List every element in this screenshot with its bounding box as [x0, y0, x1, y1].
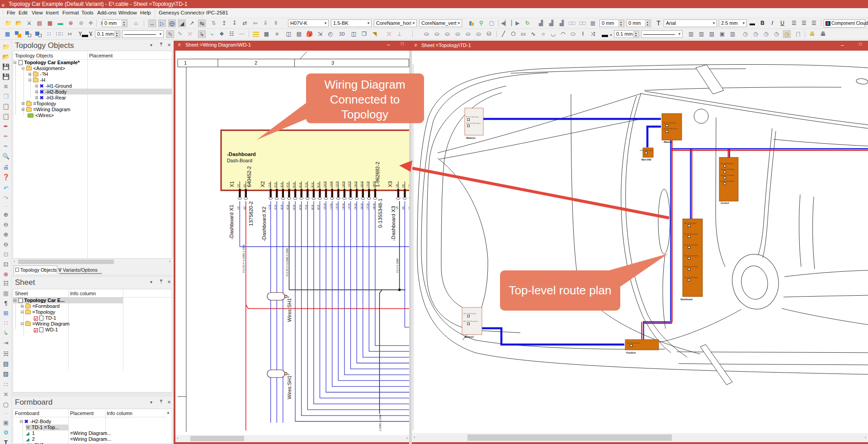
svg-text:11/18: 11/18 [330, 182, 332, 188]
svg-text:6/18: 6/18 [299, 183, 302, 188]
svg-text:-Control: -Control [720, 202, 729, 204]
svg-text:Wires:SH1°: Wires:SH1° [287, 373, 292, 399]
svg-text:Wire.1/1 Wire Name: Wire.1/1 Wire Name [663, 122, 676, 124]
svg-text:16/18: 16/18 [360, 181, 363, 188]
svg-text:X3: X3 [387, 181, 393, 187]
svg-text:14/18: 14/18 [348, 203, 350, 210]
svg-text:15/18: 15/18 [354, 181, 357, 188]
svg-text:Sensor.51 Wire Name: Sensor.51 Wire Name [684, 277, 698, 279]
svg-text:10/18: 10/18 [323, 203, 326, 210]
svg-text:-Dashboard X2: -Dashboard X2 [261, 207, 267, 241]
svg-text:9/18: 9/18 [317, 183, 320, 188]
svg-text:1/18: 1/18 [268, 205, 271, 210]
svg-text:4/18: 4/18 [286, 205, 289, 210]
svg-text:1/18: 1/18 [268, 183, 271, 188]
svg-text:-Battery2: -Battery2 [464, 335, 474, 338]
svg-text:Wires:SH1°: Wires:SH1° [287, 296, 292, 322]
svg-text:5/18: 5/18 [292, 183, 295, 188]
svg-text:FLY=1-DBK: FLY=1-DBK [396, 258, 399, 273]
svg-text:8/18: 8/18 [311, 205, 314, 210]
svg-text:15/18: 15/18 [354, 203, 357, 210]
svg-text:17/18: 17/18 [366, 181, 369, 188]
svg-text:640452-2: 640452-2 [246, 166, 252, 188]
svg-text:9/18: 9/18 [317, 205, 320, 210]
svg-text:13/18: 13/18 [342, 203, 344, 210]
svg-text:3: 3 [331, 60, 334, 66]
svg-text:FLY,FLY=1-DBK,1-DBK: FLY,FLY=1-DBK,1-DBK [242, 244, 245, 273]
svg-text:Main-GND: Main-GND [642, 159, 651, 161]
svg-text:X1: X1 [229, 181, 235, 187]
svg-text:1/2: 1/2 [237, 206, 240, 210]
svg-text:Sensor2.1/2 Cbl Wire: Sensor2.1/2 Cbl Wire [721, 175, 735, 176]
svg-text:-Dashboard: -Dashboard [227, 151, 256, 157]
svg-text:1-962692-2: 1-962692-2 [375, 162, 380, 187]
svg-text:6/18: 6/18 [299, 205, 302, 210]
svg-text:Sensor.21 Wire Name: Sensor.21 Wire Name [684, 244, 698, 246]
svg-text:5/18: 5/18 [292, 205, 295, 210]
svg-text:Wire.2/1 Wire Name: Wire.2/1 Wire Name [463, 313, 476, 315]
svg-text:2/2: 2/2 [243, 206, 246, 210]
svg-text:GND 1/1 Wire Name: GND 1/1 Wire Name [640, 150, 653, 151]
svg-text:-Fusebox: -Fusebox [626, 351, 636, 354]
svg-text:Sensor.11 Wire Name: Sensor.11 Wire Name [684, 233, 698, 235]
svg-text:-Dashboard: -Dashboard [680, 298, 693, 301]
svg-text:FLY,FLY=1-DBK,1-DBK: FLY,FLY=1-DBK,1-DBK [286, 248, 288, 276]
svg-text:Wire.101/1 Wire Name: Wire.101/1 Wire Name [663, 128, 678, 130]
svg-text:12/18: 12/18 [335, 181, 338, 188]
svg-text:14/18: 14/18 [348, 181, 350, 188]
svg-text:11/18: 11/18 [330, 204, 332, 210]
svg-text:Wire.7/1 Wire Name: Wire.7/1 Wire Name [627, 342, 640, 344]
svg-text:10/18: 10/18 [323, 181, 326, 188]
svg-text:1/2: 1/2 [237, 184, 240, 188]
svg-text:2: 2 [255, 60, 257, 66]
svg-text:Sensor3.1/2 Cbl Wire: Sensor3.1/2 Cbl Wire [721, 180, 735, 182]
svg-text:Wire.102/1 Wire Name: Wire.102/1 Wire Name [463, 321, 478, 322]
svg-text:13/18: 13/18 [342, 181, 344, 188]
svg-text:0-1355348-1: 0-1355348-1 [377, 198, 383, 228]
svg-text:Wire.5/1 Wire Name: Wire.5/1 Wire Name [721, 163, 734, 165]
svg-text:-Battery: -Battery [663, 141, 672, 143]
svg-text:4/18: 4/18 [286, 183, 289, 188]
svg-text:Sensor1.1/2 Cbl Wire: Sensor1.1/2 Cbl Wire [721, 169, 735, 170]
svg-text:16/18: 16/18 [360, 203, 363, 210]
svg-text:Sensor.31 Wire Name: Sensor.31 Wire Name [684, 255, 698, 257]
svg-text:Dash-Board: Dash-Board [227, 158, 252, 163]
svg-text:7/18: 7/18 [305, 183, 307, 188]
svg-text:17/18: 17/18 [366, 203, 369, 210]
svg-text:Wire.1/1 Wire Name: Wire.1/1 Wire Name [466, 116, 479, 118]
svg-text:1: 1 [184, 60, 187, 66]
svg-text:,1-DBK,1-DBK: ,1-DBK,1-DBK [379, 414, 382, 432]
svg-text:12/18: 12/18 [335, 203, 338, 210]
svg-text:7/18: 7/18 [305, 205, 307, 210]
svg-text:Wire.11 Wire Name: Wire.11 Wire Name [684, 222, 697, 224]
svg-text:18/18: 18/18 [373, 203, 375, 210]
svg-text:3/18: 3/18 [280, 205, 283, 210]
svg-text:1/5: 1/5 [396, 184, 398, 188]
svg-text:2/5: 2/5 [402, 184, 405, 188]
svg-text:2/18: 2/18 [274, 183, 277, 188]
svg-text:2/18: 2/18 [274, 205, 277, 210]
svg-text:Sensor.41 Wire Name: Sensor.41 Wire Name [684, 266, 698, 268]
svg-text:-Dashboard X1: -Dashboard X1 [229, 205, 234, 240]
svg-text:X2: X2 [260, 181, 265, 187]
svg-text:2/2: 2/2 [243, 184, 246, 188]
svg-text:1375820-2: 1375820-2 [248, 201, 254, 226]
svg-text:3/18: 3/18 [280, 183, 283, 188]
svg-text:2/5: 2/5 [402, 206, 405, 210]
svg-text:-Dashboard X3: -Dashboard X3 [391, 206, 396, 241]
svg-text:-Battery1: -Battery1 [466, 137, 476, 139]
svg-text:8/18: 8/18 [311, 183, 314, 188]
svg-text:Wire.101/1 Wire Name: Wire.101/1 Wire Name [466, 123, 481, 124]
